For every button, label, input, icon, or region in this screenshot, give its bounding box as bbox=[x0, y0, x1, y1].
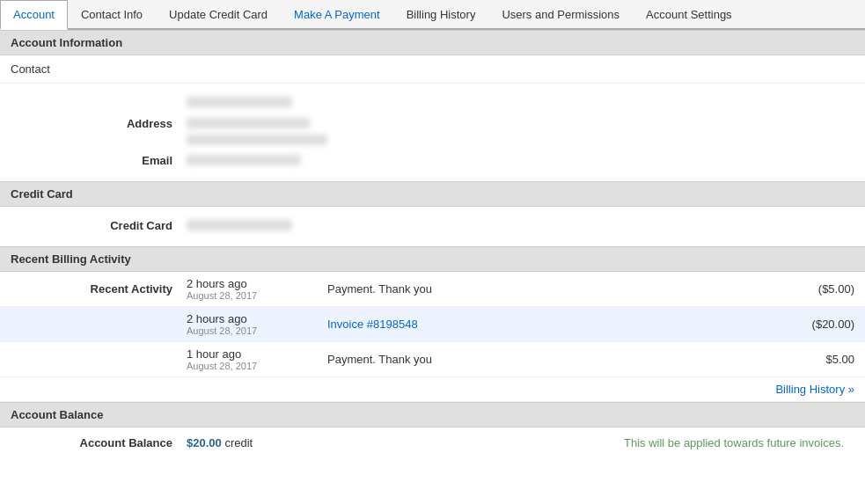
billing-date-2: August 28, 2017 bbox=[187, 325, 327, 336]
email-blurred bbox=[187, 155, 301, 165]
billing-row-3: 1 hour ago August 28, 2017 Payment. Than… bbox=[0, 342, 865, 377]
billing-amount-3: $5.00 bbox=[784, 353, 854, 366]
contact-form: Address Email bbox=[0, 84, 865, 181]
balance-value: $20.00 credit bbox=[187, 436, 624, 449]
balance-note: This will be applied towards future invo… bbox=[624, 436, 844, 449]
billing-time-main-3: 1 hour ago bbox=[187, 347, 327, 361]
billing-row-1: Recent Activity 2 hours ago August 28, 2… bbox=[0, 272, 865, 307]
invoice-link[interactable]: Invoice #8198548 bbox=[327, 318, 418, 331]
tab-billing-history[interactable]: Billing History bbox=[393, 0, 489, 30]
contact-sub-label: Contact bbox=[0, 55, 865, 84]
name-label bbox=[11, 94, 187, 96]
address-line1-blurred bbox=[187, 118, 310, 128]
billing-desc-1: Payment. Thank you bbox=[327, 282, 784, 296]
billing-date-1: August 28, 2017 bbox=[187, 290, 327, 301]
credit-card-form: Credit Card bbox=[0, 207, 865, 246]
address-value bbox=[187, 115, 854, 145]
billing-date-3: August 28, 2017 bbox=[187, 361, 327, 371]
billing-row-2: 2 hours ago August 28, 2017 Invoice #819… bbox=[0, 307, 865, 342]
address-label: Address bbox=[11, 115, 187, 130]
billing-time-main-1: 2 hours ago bbox=[187, 277, 327, 290]
credit-card-value bbox=[187, 217, 854, 230]
tab-users-and-permissions[interactable]: Users and Permissions bbox=[488, 0, 633, 30]
balance-label: Account Balance bbox=[11, 436, 187, 449]
tab-contact-info[interactable]: Contact Info bbox=[68, 0, 156, 30]
email-row: Email bbox=[0, 149, 865, 171]
main-content: Account Information Contact Address Emai… bbox=[0, 30, 865, 458]
balance-credit-text: credit bbox=[224, 436, 253, 449]
tab-update-credit-card[interactable]: Update Credit Card bbox=[156, 0, 281, 30]
billing-time-2: 2 hours ago August 28, 2017 bbox=[187, 312, 327, 336]
billing-amount-2: ($20.00) bbox=[784, 318, 854, 331]
balance-row: Account Balance $20.00 credit This will … bbox=[0, 427, 865, 458]
balance-amount: $20.00 bbox=[187, 436, 222, 449]
tab-account-settings[interactable]: Account Settings bbox=[633, 0, 745, 30]
billing-history-link-row: Billing History » bbox=[0, 377, 865, 402]
address-row: Address bbox=[0, 112, 865, 149]
tab-bar: Account Contact Info Update Credit Card … bbox=[0, 0, 865, 30]
billing-amount-1: ($5.00) bbox=[784, 282, 854, 296]
tab-make-a-payment[interactable]: Make A Payment bbox=[281, 0, 393, 30]
billing-desc-2[interactable]: Invoice #8198548 bbox=[327, 318, 784, 331]
billing-time-main-2: 2 hours ago bbox=[187, 312, 327, 325]
name-blurred bbox=[187, 97, 292, 107]
email-value bbox=[187, 152, 854, 165]
address-line2-blurred bbox=[187, 135, 327, 145]
billing-desc-3: Payment. Thank you bbox=[327, 353, 784, 366]
billing-activity-label-1: Recent Activity bbox=[11, 282, 187, 296]
email-label: Email bbox=[11, 152, 187, 167]
billing-history-link[interactable]: Billing History » bbox=[775, 383, 854, 396]
billing-activity: Recent Activity 2 hours ago August 28, 2… bbox=[0, 272, 865, 402]
recent-activity-label: Recent Activity bbox=[91, 282, 172, 296]
name-value bbox=[187, 94, 854, 107]
credit-card-label: Credit Card bbox=[11, 217, 187, 232]
tab-account[interactable]: Account bbox=[0, 0, 68, 30]
credit-card-blurred bbox=[187, 220, 292, 230]
billing-time-3: 1 hour ago August 28, 2017 bbox=[187, 347, 327, 371]
credit-card-header: Credit Card bbox=[0, 181, 865, 207]
account-information-header: Account Information bbox=[0, 30, 865, 55]
name-row bbox=[0, 91, 865, 112]
credit-card-row: Credit Card bbox=[0, 214, 865, 236]
recent-billing-header: Recent Billing Activity bbox=[0, 246, 865, 272]
account-balance-header: Account Balance bbox=[0, 402, 865, 427]
billing-time-1: 2 hours ago August 28, 2017 bbox=[187, 277, 327, 301]
